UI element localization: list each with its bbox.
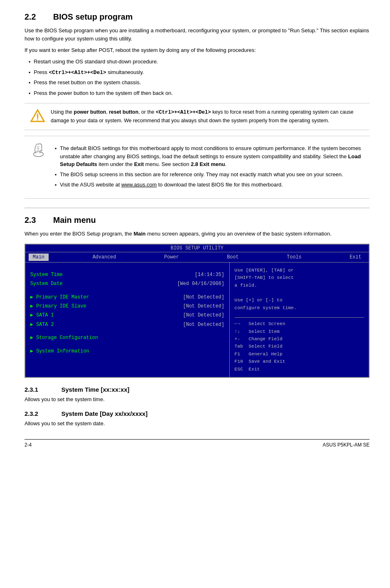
section-2-3-1-desc: Allows you to set the system time. (25, 395, 370, 404)
section-2-2-num: 2.2 (25, 12, 45, 22)
bullet-1: Restart using the OS standard shut-down … (29, 58, 370, 66)
bios-row-sata2: ▶ SATA 2 [Not Detected] (30, 321, 224, 329)
bios-menu-row: Main Advanced Power Boot Tools Exit (25, 252, 369, 263)
bios-row-primary-ide-slave: ▶ Primary IDE Slave [Not Detected] (30, 302, 224, 310)
bullet-3: Press the reset button on the system cha… (29, 79, 370, 87)
bios-row-system-date: System Date [Wed 04/16/2008] (30, 280, 224, 288)
section-2-3-1-title: System Time [xx:xx:xx] (61, 386, 129, 393)
section-2-3-num: 2.3 (25, 215, 45, 225)
section-2-2-intro2: If you want to enter Setup after POST, r… (25, 46, 370, 54)
bios-right-top: Use [ENTER], [TAB] or [SHIFT-TAB] to sel… (235, 267, 364, 312)
bios-menu-tools: Tools (283, 254, 306, 261)
note-icon (30, 141, 45, 156)
bullet-4: Press the power button to turn the syste… (29, 89, 370, 98)
section-2-3-title: Main menu (53, 215, 96, 225)
section-2-3-2-heading: 2.3.2 System Date [Day xx/xx/xxxx] (25, 410, 370, 417)
note-bullets: The default BIOS settings for this mothe… (55, 144, 365, 189)
bios-utility-title: BIOS SETUP UTILITY (29, 245, 365, 251)
bios-menu-power: Power (160, 254, 183, 261)
section-2-3-2: 2.3.2 System Date [Day xx/xx/xxxx] Allow… (25, 410, 370, 428)
bios-row-sata1: ▶ SATA 1 [Not Detected] (30, 311, 224, 319)
section-2-3: 2.3 Main menu When you enter the BIOS Se… (25, 215, 370, 378)
warning-icon (30, 108, 45, 123)
bios-row-system-time: System Time [14:14:35] (30, 271, 224, 279)
warning-box: Using the power button, reset button, or… (25, 103, 370, 130)
svg-point-3 (34, 152, 43, 157)
bios-row-system-info: ▶ System Information (30, 347, 224, 355)
section-2-2-intro1: Use the BIOS Setup program when you are … (25, 27, 370, 43)
section-2-3-heading: 2.3 Main menu (25, 215, 370, 225)
section-2-3-1-heading: 2.3.1 System Time [xx:xx:xx] (25, 386, 370, 393)
bios-menubar: BIOS SETUP UTILITY (25, 245, 369, 252)
bios-menu-exit: Exit (345, 254, 365, 261)
note-box: The default BIOS settings for this mothe… (25, 136, 370, 199)
section-2-3-1-num: 2.3.1 (25, 386, 53, 393)
section-2-3-2-title: System Date [Day xx/xx/xxxx] (61, 410, 148, 417)
section-divider-2-3 (25, 208, 370, 208)
section-2-3-2-num: 2.3.2 (25, 410, 53, 417)
note-text-container: The default BIOS settings for this mothe… (51, 141, 365, 193)
warning-text: Using the power button, reset button, or… (51, 108, 365, 125)
bios-row-storage-config: ▶ Storage Configuration (30, 334, 224, 342)
bios-row-primary-ide-master: ▶ Primary IDE Master [Not Detected] (30, 293, 224, 301)
footer: 2-4 ASUS P5KPL-AM SE (25, 439, 370, 448)
section-2-3-intro: When you enter the BIOS Setup program, t… (25, 230, 370, 238)
note-bullet-1: The default BIOS settings for this mothe… (55, 144, 365, 168)
bios-right-panel: Use [ENTER], [TAB] or [SHIFT-TAB] to sel… (230, 263, 369, 377)
bios-body: System Time [14:14:35] System Date [Wed … (25, 263, 369, 377)
section-2-2-bullets: Restart using the OS standard shut-down … (29, 58, 370, 97)
note-bullet-2: The BIOS setup screens in this section a… (55, 171, 365, 179)
note-bullet-3: Visit the ASUS website at www.asus.com t… (55, 181, 365, 189)
svg-point-2 (37, 119, 38, 121)
bios-menu-boot: Boot (223, 254, 243, 261)
section-2-2: 2.2 BIOS setup program Use the BIOS Setu… (25, 12, 370, 199)
footer-right: ASUS P5KPL-AM SE (323, 442, 370, 448)
bios-menu-advanced: Advanced (88, 254, 120, 261)
section-2-2-title: BIOS setup program (53, 12, 132, 22)
bios-screen: BIOS SETUP UTILITY Main Advanced Power B… (25, 244, 370, 378)
bios-menu-main: Main (29, 254, 49, 261)
section-2-2-heading: 2.2 BIOS setup program (25, 12, 370, 22)
footer-left: 2-4 (25, 442, 31, 448)
section-2-3-2-desc: Allows you to set the system date. (25, 420, 370, 428)
bullet-2: Press <Ctrl>+<Alt>+<Del> simultaneously. (29, 68, 370, 77)
section-2-3-1: 2.3.1 System Time [xx:xx:xx] Allows you … (25, 386, 370, 404)
bios-right-bottom: ←→ Select Screen ↑↓ Select Item +- Chang… (235, 320, 364, 373)
bios-left-panel: System Time [14:14:35] System Date [Wed … (25, 263, 230, 377)
